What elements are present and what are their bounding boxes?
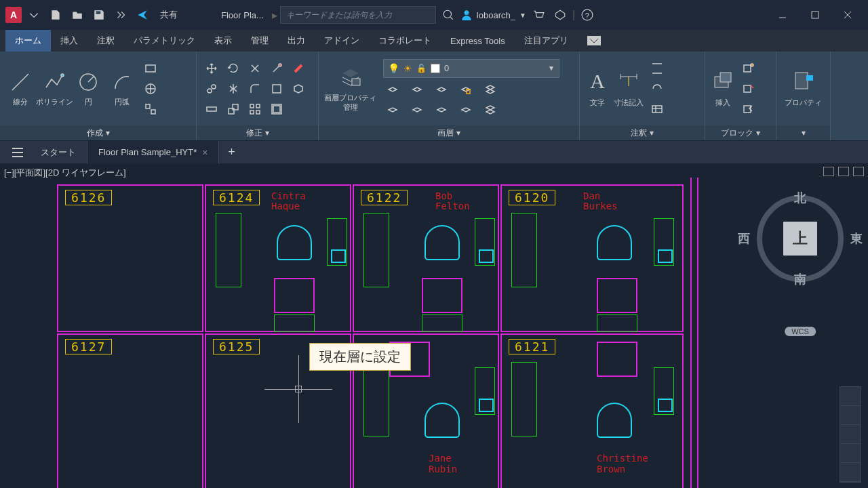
viewcube-north[interactable]: 北 bbox=[794, 190, 806, 206]
layer-tool-10[interactable] bbox=[481, 101, 500, 119]
panel-props-title[interactable]: ▾ bbox=[776, 125, 830, 140]
viewport-close-icon[interactable] bbox=[853, 167, 864, 176]
tool-circle[interactable]: 円 bbox=[73, 70, 103, 107]
tab-view[interactable]: 表示 bbox=[205, 30, 241, 52]
user-menu[interactable]: loboarch_ ▼ bbox=[460, 9, 526, 21]
viewport-label[interactable]: [−][平面図][2D ワイヤフレーム] bbox=[4, 167, 126, 179]
tool-explode[interactable] bbox=[267, 80, 286, 98]
tab-addins[interactable]: アドイン bbox=[315, 30, 369, 52]
save-icon[interactable] bbox=[90, 5, 108, 24]
layer-tool-5[interactable] bbox=[481, 81, 500, 98]
minimize-button[interactable] bbox=[768, 0, 797, 30]
model-viewport[interactable]: [−][平面図][2D ワイヤフレーム] 6126 6124 Cintra Ha… bbox=[0, 164, 732, 488]
tab-featured[interactable]: 注目アプリ bbox=[515, 30, 578, 52]
navbar-showmotion-icon[interactable] bbox=[840, 463, 861, 482]
tab-insert[interactable]: 挿入 bbox=[51, 30, 87, 52]
viewport-max-icon[interactable] bbox=[838, 167, 849, 176]
tool-box3d[interactable] bbox=[289, 80, 308, 98]
layer-tool-9[interactable] bbox=[456, 101, 475, 119]
panel-block-title[interactable]: ブロック ▾ bbox=[705, 125, 776, 140]
navbar-zoom-icon[interactable] bbox=[840, 425, 861, 444]
navbar-wheel-icon[interactable] bbox=[840, 387, 861, 406]
tool-arc[interactable]: 円弧 bbox=[107, 70, 137, 107]
panel-annot-title[interactable]: 注釈 ▾ bbox=[580, 125, 705, 140]
tab-express[interactable]: Express Tools bbox=[441, 30, 515, 52]
share-label[interactable]: 共有 bbox=[160, 9, 178, 21]
layer-dropdown[interactable]: 💡 ☀ 🔓 0 ▼ bbox=[383, 59, 559, 78]
share-icon[interactable] bbox=[133, 5, 152, 24]
qat-dropdown-icon[interactable] bbox=[24, 5, 43, 24]
tab-parametric[interactable]: パラメトリック bbox=[124, 30, 205, 52]
new-icon[interactable] bbox=[46, 5, 65, 24]
panel-layer-title[interactable]: 画層 ▾ bbox=[319, 125, 579, 140]
navbar-pan-icon[interactable] bbox=[840, 406, 861, 425]
block-tool-3[interactable] bbox=[739, 100, 758, 118]
tool-properties[interactable]: プロパティ bbox=[785, 70, 822, 107]
tool-text[interactable]: A文字 bbox=[585, 70, 610, 107]
tool-mtable[interactable] bbox=[648, 100, 667, 118]
tool-table[interactable] bbox=[648, 80, 667, 98]
search-icon[interactable] bbox=[439, 5, 458, 24]
block-tool-2[interactable] bbox=[739, 80, 758, 98]
tool-mirror[interactable] bbox=[224, 80, 243, 98]
tool-rotate[interactable] bbox=[224, 60, 243, 77]
layer-tool-4[interactable] bbox=[456, 81, 475, 98]
close-button[interactable] bbox=[833, 0, 863, 30]
block-tool-1[interactable] bbox=[739, 60, 758, 77]
navbar-orbit-icon[interactable] bbox=[840, 444, 861, 463]
viewcube-east[interactable]: 東 bbox=[850, 230, 863, 247]
tool-line[interactable]: 線分 bbox=[5, 70, 35, 107]
viewcube[interactable]: 上 北 南 東 西 bbox=[753, 191, 848, 286]
title-arrow-icon[interactable]: ▸ bbox=[272, 9, 277, 22]
panel-modify-title[interactable]: 修正 ▾ bbox=[197, 125, 318, 140]
tool-offset[interactable] bbox=[267, 100, 286, 118]
tool-scale[interactable] bbox=[224, 100, 243, 118]
tab-collaborate[interactable]: コラボレート bbox=[369, 30, 441, 52]
panel-draw-title[interactable]: 作成 ▾ bbox=[0, 125, 196, 140]
tool-erase[interactable] bbox=[289, 60, 308, 77]
tool-region[interactable] bbox=[141, 100, 160, 118]
tool-trim[interactable] bbox=[245, 60, 264, 77]
viewport-min-icon[interactable] bbox=[823, 167, 834, 176]
viewcube-west[interactable]: 西 bbox=[738, 230, 750, 247]
layer-tool-6[interactable] bbox=[383, 101, 402, 119]
drawing-menu-icon[interactable] bbox=[5, 147, 30, 158]
new-tab-button[interactable]: + bbox=[219, 145, 243, 159]
search-input[interactable]: キーワードまたは語句を入力 bbox=[280, 6, 436, 24]
tab-extra-icon[interactable] bbox=[578, 30, 610, 52]
tab-manage[interactable]: 管理 bbox=[241, 30, 278, 52]
tool-block-insert[interactable]: 挿入 bbox=[711, 70, 735, 107]
navbar[interactable] bbox=[840, 386, 861, 483]
tab-start[interactable]: スタート bbox=[30, 141, 87, 164]
layer-tool-8[interactable] bbox=[432, 101, 451, 119]
tool-fillet[interactable] bbox=[245, 80, 264, 98]
tool-copy[interactable] bbox=[202, 80, 221, 98]
tool-dimension[interactable]: 寸法記入 bbox=[614, 70, 644, 107]
layer-properties-button[interactable]: 画層プロパティ 管理 bbox=[324, 65, 376, 111]
tab-home[interactable]: ホーム bbox=[5, 30, 51, 52]
tab-floorplan[interactable]: Floor Plan Sample_HYT*× bbox=[87, 141, 219, 164]
tool-hatch[interactable] bbox=[141, 80, 160, 98]
layer-tool-7[interactable] bbox=[408, 101, 427, 119]
app-icon[interactable]: A bbox=[5, 7, 22, 23]
tool-polyline[interactable]: ポリライン bbox=[39, 70, 69, 107]
tab-output[interactable]: 出力 bbox=[278, 30, 315, 52]
tool-rect[interactable] bbox=[141, 60, 160, 77]
maximize-button[interactable] bbox=[800, 0, 830, 30]
tool-dot[interactable] bbox=[267, 60, 286, 77]
autodesk-icon[interactable] bbox=[551, 5, 570, 24]
tab-close-icon[interactable]: × bbox=[202, 147, 208, 158]
viewcube-south[interactable]: 南 bbox=[794, 271, 806, 287]
tool-move[interactable] bbox=[202, 60, 221, 77]
open-icon[interactable] bbox=[68, 5, 87, 24]
tab-annotate[interactable]: 注釈 bbox=[87, 30, 124, 52]
help-icon[interactable]: ? bbox=[578, 5, 597, 24]
cart-icon[interactable] bbox=[529, 5, 548, 24]
layer-tool-1[interactable] bbox=[383, 81, 402, 98]
viewcube-top[interactable]: 上 bbox=[783, 222, 817, 256]
tool-stretch[interactable] bbox=[202, 100, 221, 118]
tool-leader[interactable] bbox=[648, 60, 667, 77]
qat-more-icon[interactable] bbox=[111, 5, 130, 24]
layer-tool-2[interactable] bbox=[408, 81, 427, 98]
layer-tool-3[interactable] bbox=[432, 81, 451, 98]
